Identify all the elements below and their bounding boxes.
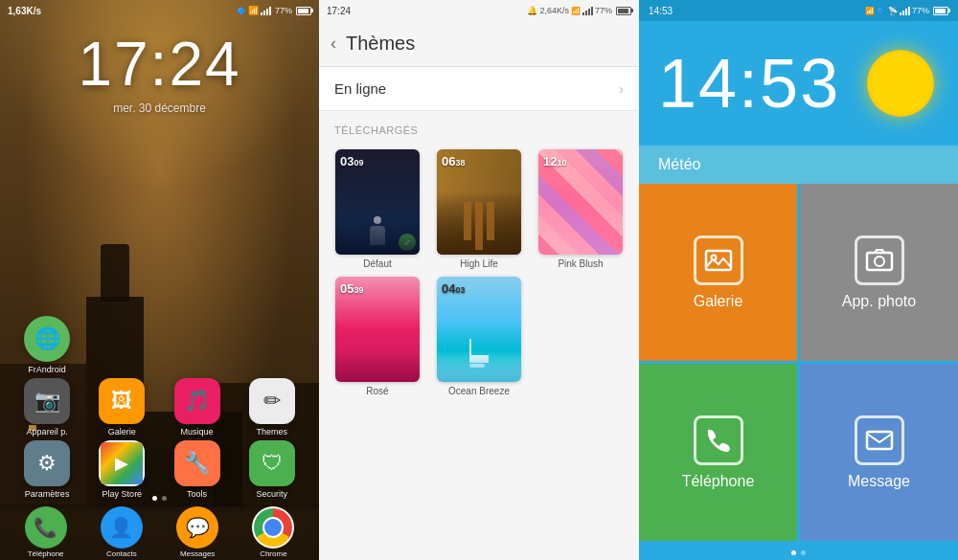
wifi-icon: 📶 [248,6,259,15]
tools-icon: 🔧 [174,440,220,486]
downloaded-section-header: TÉLÉCHARGÉS [319,111,639,142]
panel1-statusbar: 1,63K/s 🔷 📶 77% [0,0,319,21]
panel3-tile-screen: 14:53 📶 🔷 📡 77% 14:53 Météo [639,0,958,560]
p3-dot-2[interactable] [801,550,806,555]
panel3-clock: 14:53 [639,21,958,146]
p2-notification-icon: 🔔 [527,6,537,15]
online-menu-item[interactable]: En ligne › [319,67,639,111]
panel3-time: 14:53 [658,44,840,123]
app-playstore[interactable]: ▶ Play Store [91,440,153,499]
tile-message[interactable]: Message [800,364,958,541]
online-label: En ligne [334,80,386,97]
chrome-dock-label: Chrome [260,549,286,558]
themes-label: Themes [257,427,288,437]
telephone-dock-label: Téléphone [28,549,64,558]
signal-icon [261,6,271,15]
panel1-battery-text: 77% [275,6,292,15]
online-chevron-icon: › [619,81,624,97]
panel3-tile-grid: Galerie App. photo Téléphone [639,184,958,541]
dock-contacts[interactable]: 👤 Contacts [93,506,150,558]
dock-messages[interactable]: 💬 Messages [169,506,226,558]
telephone-dock-icon: 📞 [25,506,67,549]
tile-telephone[interactable]: Téléphone [639,364,797,541]
defaut-check-icon: ✓ [399,234,416,251]
app-music[interactable]: 🎵 Musique [166,378,228,437]
panel1-dock: 📞 Téléphone 👤 Contacts 💬 Messages Chrome [0,504,319,560]
app-camera[interactable]: 📷 Appareil p. [16,378,79,437]
app-row-2: ⚙ Paramètres ▶ Play Store 🔧 Tools 🛡 Secu… [10,440,309,499]
camera-label: Appareil p. [27,427,68,437]
app-settings[interactable]: ⚙ Paramètres [16,440,79,499]
gallery-label: Galerie [108,427,136,437]
oceanbreeze-label: Ocean Breeze [448,386,510,396]
meteo-label: Météo [658,156,700,173]
app-themes[interactable]: ✏ Themes [240,378,303,437]
panel1-clock: 17:24 mer. 30 décembre [0,29,319,115]
panel3-status-time: 14:53 [649,6,673,16]
p3-signal-icon: 📡 [888,7,898,15]
back-button[interactable]: ‹ [331,34,336,54]
themes-grid: 0309 ✓ Défaut 0638 [319,142,639,404]
panel2-titlebar: ‹ Thèmes [319,21,639,67]
contacts-dock-icon: 👤 [101,506,143,549]
theme-pinkblush[interactable]: 1210 Pink Blush [534,149,627,269]
theme-rose[interactable]: 0539 Rosé [331,277,424,396]
dot-1[interactable] [152,496,157,501]
defaut-label: Défaut [363,258,391,269]
panel1-status-icons: 🔷 📶 77% [237,6,311,15]
dock-telephone[interactable]: 📞 Téléphone [17,506,75,558]
panel2-title: Thèmes [346,33,415,55]
p2-battery-icon [616,7,631,15]
panel1-date: mer. 30 décembre [0,101,319,115]
app-row-0: 🌐 FrAndroid [10,316,309,374]
frandroid-icon: 🌐 [24,316,70,362]
playstore-icon: ▶ [99,440,145,486]
panel2-statusbar: 17:24 🔔 2,64K/s 📶 77% [319,0,639,21]
frandroid-label: FrAndroid [28,365,66,374]
contacts-dock-label: Contacts [106,549,137,558]
chrome-dock-icon [252,506,294,549]
dot-2[interactable] [162,496,167,501]
app-tools[interactable]: 🔧 Tools [166,440,228,499]
panel1-time: 17:24 [0,29,319,100]
theme-oceanbreeze[interactable]: 0403 Ocean Breeze [432,277,526,396]
svg-rect-4 [867,432,892,449]
app-empty3 [240,316,303,374]
tile-photo[interactable]: App. photo [800,184,958,361]
theme-highlife[interactable]: 0638 High Life [432,149,526,269]
app-security[interactable]: 🛡 Security [240,440,303,499]
p3-dot-1[interactable] [791,550,796,555]
messages-dock-label: Messages [180,549,215,558]
telephone-tile-label: Téléphone [682,473,755,490]
theme-pinkblush-thumb: 1210 [538,149,623,255]
tile-galerie[interactable]: Galerie [639,184,797,361]
message-tile-label: Message [848,473,910,490]
p3-battery-icon [933,7,948,15]
panel2-content[interactable]: En ligne › TÉLÉCHARGÉS 0309 ✓ Défau [319,67,639,560]
highlife-label: High Life [460,258,497,269]
p2-speed: 2,64K/s [539,6,569,15]
theme-defaut[interactable]: 0309 ✓ Défaut [331,149,424,269]
p2-signal-icon [582,6,593,15]
dock-chrome[interactable]: Chrome [244,506,302,558]
panel3-meteo-bar[interactable]: Météo [639,146,958,184]
panel3-page-dots [639,550,958,555]
app-frandroid[interactable]: 🌐 FrAndroid [16,316,79,374]
pinkblush-label: Pink Blush [558,258,603,269]
app-empty1 [91,316,153,374]
p2-battery-text: 77% [595,6,612,15]
theme-oceanbreeze-thumb: 0403 [437,277,521,382]
galerie-tile-label: Galerie [694,293,743,310]
music-label: Musique [181,427,214,437]
theme-defaut-thumb: 0309 ✓ [335,149,420,255]
panel3-statusbar: 14:53 📶 🔷 📡 77% [639,0,958,21]
app-gallery[interactable]: 🖼 Galerie [91,378,153,437]
rose-label: Rosé [366,386,388,396]
p3-bars-icon [900,6,910,15]
camera-icon: 📷 [24,378,70,424]
p3-bluetooth-icon: 🔷 [877,7,886,15]
svg-rect-2 [867,253,892,270]
app-row-1: 📷 Appareil p. 🖼 Galerie 🎵 Musique ✏ Them… [10,378,309,437]
panel1-status-speed: 1,63K/s [8,6,41,16]
svg-rect-0 [706,251,731,270]
